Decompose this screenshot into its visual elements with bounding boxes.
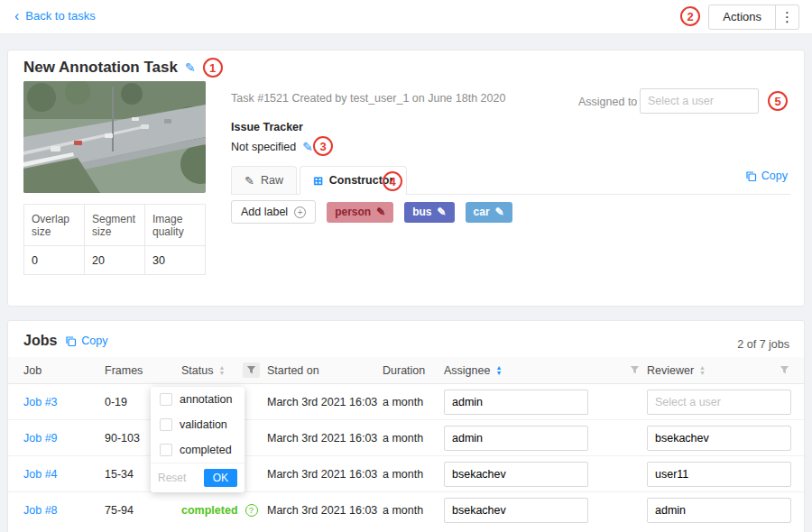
job-reviewer-input[interactable] (647, 390, 791, 415)
more-menu-button[interactable]: ⋮ (775, 5, 798, 29)
column-status-label: Status (181, 364, 213, 377)
filter-option-validation-label: validation (180, 418, 227, 431)
edit-icon: ✎ (245, 168, 254, 194)
job-reviewer-input[interactable] (647, 498, 791, 523)
column-assignee-label: Assignee (444, 364, 490, 377)
job-assignee-input[interactable] (444, 390, 588, 415)
filter-reset-button[interactable]: Reset (158, 472, 186, 484)
label-constructor: Add label + person ✎ bus ✎ car ✎ (231, 200, 512, 224)
jobs-title: Jobs (23, 333, 57, 349)
actions-button-group: Actions ⋮ (708, 5, 799, 30)
copy-icon (745, 170, 757, 182)
filter-icon-status[interactable] (243, 362, 260, 378)
job-started-on: March 3rd 2021 16:03 (267, 432, 383, 445)
param-value-segment: 20 (85, 246, 145, 275)
job-assignee-input[interactable] (444, 462, 588, 487)
param-header-quality: Image quality (145, 205, 206, 246)
jobs-count: 2 of 7 jobs (737, 338, 789, 351)
filter-option-annotation[interactable]: annotation (151, 387, 245, 412)
job-started-on: March 3rd 2021 16:03 (267, 504, 383, 517)
param-value-overlap: 0 (24, 246, 85, 275)
actions-button[interactable]: Actions (709, 5, 775, 29)
back-chevron-icon: ‹ (14, 10, 19, 23)
sort-carets-reviewer[interactable]: ▲▼ (699, 365, 706, 376)
task-preview-image (23, 81, 206, 193)
add-label-button[interactable]: Add label + (231, 200, 316, 224)
job-started-on: March 3rd 2021 16:03 (267, 396, 383, 408)
column-frames: Frames (105, 364, 181, 377)
filter-icon-reviewer[interactable] (780, 365, 789, 375)
back-to-tasks-label: Back to tasks (25, 9, 95, 23)
block-icon: ⊞ (313, 168, 323, 194)
edit-label-icon: ✎ (495, 206, 504, 218)
column-status[interactable]: Status ▲▼ (181, 362, 267, 378)
filter-option-validation[interactable]: validation (151, 412, 245, 437)
filter-ok-button[interactable]: OK (204, 469, 237, 487)
job-reviewer-input[interactable] (647, 426, 791, 451)
sort-carets-status[interactable]: ▲▼ (218, 365, 225, 376)
question-circle-icon[interactable]: ? (245, 504, 258, 517)
job-row: Job #4 15-34 March 3rd 2021 16:03 a mont… (8, 456, 804, 492)
copy-labels-button[interactable]: Copy (745, 170, 788, 182)
job-assignee-input[interactable] (444, 426, 588, 451)
job-row: Job #3 0-19 March 3rd 2021 16:03 a month (8, 384, 804, 420)
jobs-table-header: Job Frames Status ▲▼ Started on Duration… (8, 357, 804, 384)
filter-option-completed-label: completed (180, 444, 232, 456)
status-filter-dropdown: annotation validation completed Reset OK (151, 387, 245, 492)
column-started-on: Started on (267, 364, 383, 377)
job-assignee-input[interactable] (444, 498, 588, 523)
copy-labels-label: Copy (761, 170, 788, 182)
copy-jobs-button[interactable]: Copy (65, 335, 107, 347)
checkbox-completed[interactable] (160, 444, 172, 456)
param-header-overlap: Overlap size (24, 205, 85, 246)
copy-icon (65, 335, 77, 347)
task-assignee-input[interactable] (640, 88, 759, 114)
filter-option-annotation-label: annotation (180, 393, 232, 406)
edit-title-icon[interactable]: ✎ (185, 60, 196, 75)
annotation-marker-3: 3 (313, 136, 333, 156)
more-icon: ⋮ (780, 9, 794, 24)
column-reviewer[interactable]: Reviewer ▲▼ (647, 364, 797, 377)
issue-tracker-label: Issue Tracker (231, 121, 303, 133)
page-title: New Annotation Task (23, 59, 178, 77)
back-to-tasks-link[interactable]: ‹ Back to tasks (14, 9, 96, 23)
job-started-on: March 3rd 2021 16:03 (267, 468, 383, 481)
sort-carets-assignee[interactable]: ▲▼ (495, 365, 502, 376)
column-reviewer-label: Reviewer (647, 364, 694, 377)
label-editor-tabs: ✎ Raw ⊞ Constructor (231, 166, 790, 195)
job-row: Job #8 75-94 completed ? March 3rd 2021 … (8, 492, 804, 528)
job-reviewer-input[interactable] (647, 462, 791, 487)
job-link[interactable]: Job #4 (23, 468, 58, 481)
add-label-text: Add label (241, 206, 288, 218)
label-chip-bus[interactable]: bus ✎ (404, 202, 454, 223)
assigned-to-label: Assigned to (578, 96, 637, 108)
task-meta: Task #1521 Created by test_user_1 on Jun… (231, 92, 505, 105)
label-chip-person[interactable]: person ✎ (327, 202, 393, 223)
street-scene-image (23, 81, 206, 193)
annotation-marker-5: 5 (768, 91, 788, 111)
job-row: Job #9 90-103 March 3rd 2021 16:03 a mon… (8, 420, 804, 456)
job-link[interactable]: Job #3 (23, 396, 58, 408)
job-duration: a month (383, 504, 444, 517)
filter-icon-assignee[interactable] (630, 365, 640, 375)
plus-circle-icon: + (294, 206, 306, 218)
job-duration: a month (383, 468, 444, 481)
column-job: Job (23, 364, 105, 377)
annotation-marker-2: 2 (680, 6, 700, 26)
column-assignee[interactable]: Assignee ▲▼ (444, 364, 647, 377)
tab-raw-label: Raw (261, 168, 283, 194)
tab-raw[interactable]: ✎ Raw (231, 166, 297, 194)
filter-option-completed[interactable]: completed (151, 437, 245, 463)
edit-issue-tracker-icon[interactable]: ✎ (302, 140, 313, 154)
job-frames: 75-94 (105, 504, 181, 517)
job-duration: a month (383, 432, 444, 445)
job-link[interactable]: Job #9 (23, 432, 58, 445)
checkbox-annotation[interactable] (160, 393, 172, 406)
label-chip-car[interactable]: car ✎ (466, 202, 512, 223)
top-navigation-bar: ‹ Back to tasks 2 Actions ⋮ (0, 0, 812, 34)
annotation-marker-4: 4 (383, 171, 402, 191)
annotation-marker-1: 1 (203, 58, 223, 78)
column-duration: Duration (383, 364, 444, 377)
job-link[interactable]: Job #8 (23, 504, 58, 517)
checkbox-validation[interactable] (160, 418, 172, 431)
